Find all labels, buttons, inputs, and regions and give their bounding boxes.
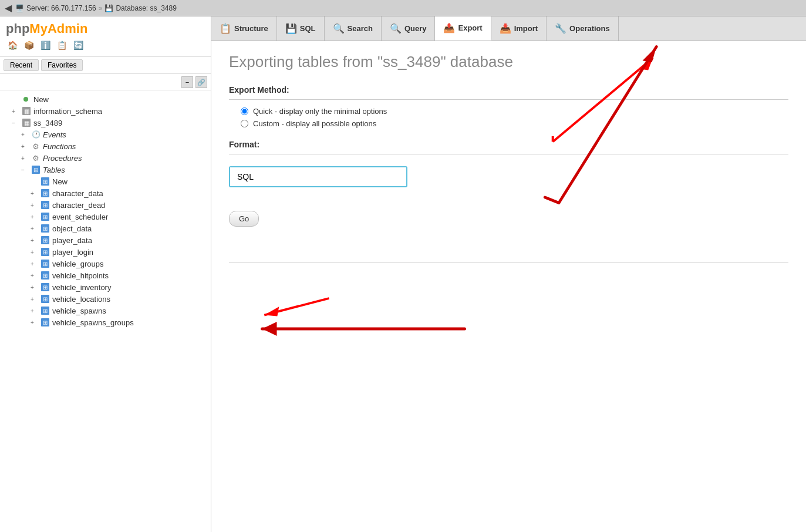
sidebar-item-vehicle-inventory[interactable]: + ⊞ vehicle_inventory <box>0 281 211 293</box>
procedures-icon: ⚙ <box>31 153 41 163</box>
expander: + <box>21 132 31 138</box>
tab-query[interactable]: 🔍 Query <box>382 16 436 41</box>
expander: + <box>31 319 40 326</box>
sidebar-item-label: vehicle_locations <box>52 295 110 304</box>
logo-my: My <box>29 21 48 36</box>
sidebar-item-new[interactable]: New <box>0 93 211 105</box>
expander: + <box>31 308 40 314</box>
radio-quick-input[interactable] <box>241 107 248 115</box>
expander: + <box>31 249 40 255</box>
sidebar-item-character-dead[interactable]: + ⊞ character_dead <box>0 199 211 211</box>
table-icon: ⊞ <box>40 271 50 280</box>
sidebar-item-character-data[interactable]: + ⊞ character_data <box>0 187 211 199</box>
db-icon: ▦ <box>21 106 32 116</box>
export-method-radio-group: Quick - display only the minimal options… <box>229 107 788 128</box>
sidebar-item-label: vehicle_spawns_groups <box>52 318 134 327</box>
svg-marker-9 <box>262 322 277 336</box>
sidebar-item-label: event_scheduler <box>52 213 108 221</box>
sidebar-item-object-data[interactable]: + ⊞ object_data <box>0 223 211 234</box>
tab-recent[interactable]: Recent <box>4 59 39 71</box>
radio-custom[interactable]: Custom - display all possible options <box>241 119 788 128</box>
sidebar-item-ss3489[interactable]: − ▦ ss_3489 <box>0 117 211 129</box>
tab-operations-text: Operations <box>569 24 610 33</box>
tab-import-label: Import <box>514 24 538 33</box>
table-icon: ⊞ <box>40 282 50 292</box>
format-select[interactable]: SQL CSV CSV for MS Excel JSON XML <box>230 167 406 186</box>
table-icon: ⊞ <box>40 224 50 233</box>
tab-query-label: Query <box>404 24 427 33</box>
export-method-label: Export Method: <box>229 85 788 95</box>
sidebar-item-label: character_data <box>52 189 103 198</box>
tab-structure[interactable]: 📋 Structure <box>211 16 277 41</box>
functions-icon: ⚙ <box>31 142 41 151</box>
export-icon: 📤 <box>443 22 455 33</box>
radio-custom-label: Custom - display all possible options <box>253 119 376 128</box>
sidebar-item-label: object_data <box>52 224 92 233</box>
sidebar-item-event-scheduler[interactable]: + ⊞ event_scheduler <box>0 211 211 223</box>
tab-structure-label: Structure <box>234 24 268 33</box>
new-table-icon: ⊞ <box>40 177 50 186</box>
main-layout: phpMyAdmin 🏠 📦 ℹ️ 📋 🔄 Recent Favorites −… <box>0 16 806 532</box>
logo-area: phpMyAdmin 🏠 📦 ℹ️ 📋 🔄 <box>0 16 211 57</box>
back-button[interactable]: ◀ <box>5 2 12 14</box>
sidebar-item-label: New <box>33 95 49 104</box>
server-label: Server: 66.70.177.156 <box>26 4 96 12</box>
copy-icon[interactable]: 📋 <box>55 39 68 52</box>
sidebar-item-vehicle-spawns-groups[interactable]: + ⊞ vehicle_spawns_groups <box>0 316 211 328</box>
tab-favorites[interactable]: Favorites <box>41 59 83 71</box>
radio-quick[interactable]: Quick - display only the minimal options <box>241 107 788 116</box>
info-icon[interactable]: ℹ️ <box>39 39 52 52</box>
expander: + <box>31 296 40 302</box>
home-icon[interactable]: 🏠 <box>6 39 19 52</box>
tab-export-label: Export <box>458 23 482 32</box>
sidebar-item-tables[interactable]: − ⊞ Tables <box>0 164 211 176</box>
expander: + <box>21 143 31 150</box>
expander: + <box>31 190 40 197</box>
table-icon: ⊞ <box>40 212 50 221</box>
tab-import[interactable]: 📥 Import <box>491 16 547 41</box>
breadcrumb-sep1: » <box>99 4 103 12</box>
sidebar-item-information-schema[interactable]: + ▦ information_schema <box>0 105 211 117</box>
sidebar-item-new-table[interactable]: ⊞ New <box>0 176 211 187</box>
db-icon: 💾 <box>104 4 113 12</box>
sidebar-item-functions[interactable]: + ⚙ Functions <box>0 140 211 152</box>
page-title: Exporting tables from "ss_3489" database <box>229 53 788 71</box>
link-button[interactable]: 🔗 <box>195 76 207 88</box>
sidebar-item-vehicle-groups[interactable]: + ⊞ vehicle_groups <box>0 258 211 270</box>
sidebar-item-vehicle-hitpoints[interactable]: + ⊞ vehicle_hitpoints <box>0 270 211 281</box>
sidebar-item-label: Events <box>43 130 66 139</box>
db-icon[interactable]: 📦 <box>22 39 35 52</box>
sidebar-item-player-data[interactable]: + ⊞ player_data <box>0 234 211 246</box>
sidebar-item-label: vehicle_inventory <box>52 283 111 292</box>
sidebar-item-vehicle-locations[interactable]: + ⊞ vehicle_locations <box>0 293 211 305</box>
format-select-wrapper: SQL CSV CSV for MS Excel JSON XML <box>229 161 788 199</box>
sidebar-item-player-login[interactable]: + ⊞ player_login <box>0 246 211 258</box>
refresh-icon[interactable]: 🔄 <box>72 39 85 52</box>
sidebar-item-label: vehicle_groups <box>52 260 103 268</box>
divider-format <box>229 154 788 154</box>
tab-export[interactable]: 📤 Export <box>435 16 491 41</box>
structure-icon: 📋 <box>220 23 231 34</box>
new-dot-icon <box>21 95 32 104</box>
tab-bar: 📋 Structure 💾 SQL 🔍 Search 🔍 Query 📤 Exp… <box>211 16 806 41</box>
tab-operations[interactable]: 🔧 Exporting tables from "ss_3489" databa… <box>547 16 619 41</box>
divider-method <box>229 99 788 100</box>
db-icon: ▦ <box>21 118 32 127</box>
table-icon: ⊞ <box>40 200 50 210</box>
tree-nav: New + ▦ information_schema − ▦ ss_3489 +… <box>0 91 211 331</box>
server-icon: 🖥️ <box>15 4 24 12</box>
go-button[interactable]: Go <box>229 211 259 227</box>
expander: + <box>31 237 40 244</box>
expander: + <box>31 214 40 220</box>
radio-custom-input[interactable] <box>241 120 248 127</box>
collapse-all-button[interactable]: − <box>181 76 193 88</box>
sidebar-item-vehicle-spawns[interactable]: + ⊞ vehicle_spawns <box>0 305 211 316</box>
tab-sql[interactable]: 💾 SQL <box>277 16 325 41</box>
sidebar-item-events[interactable]: + 🕐 Events <box>0 129 211 140</box>
logo-php: php <box>6 21 29 36</box>
sidebar-item-procedures[interactable]: + ⚙ Procedures <box>0 152 211 164</box>
export-method-section: Export Method: Quick - display only the … <box>229 85 788 128</box>
sidebar-item-label: Functions <box>43 142 76 151</box>
sidebar-item-label: Tables <box>43 166 65 174</box>
tab-search[interactable]: 🔍 Search <box>325 16 382 41</box>
